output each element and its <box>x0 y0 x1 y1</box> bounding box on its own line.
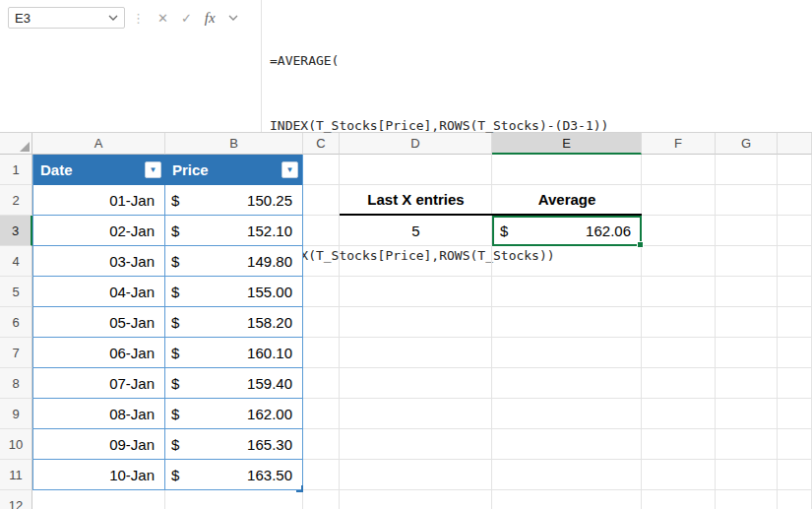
select-all-corner[interactable] <box>0 133 32 155</box>
cell-d2-last-x-label[interactable]: Last X entries <box>340 185 492 216</box>
date-cell[interactable]: 02-Jan <box>33 216 165 245</box>
date-cell[interactable]: 04-Jan <box>33 277 165 306</box>
table-row: 08-Jan $ 162.00 <box>33 399 302 429</box>
column-header-a[interactable]: A <box>32 133 165 155</box>
currency-symbol: $ <box>171 345 179 361</box>
price-cell[interactable]: $ 162.00 <box>165 399 302 428</box>
price-value: 155.00 <box>247 284 292 300</box>
currency-symbol: $ <box>500 223 508 239</box>
row-header-11[interactable]: 11 <box>0 460 32 490</box>
formula-bar[interactable]: =AVERAGE( INDEX(T_Stocks[Price],ROWS(T_S… <box>262 0 812 132</box>
date-cell[interactable]: 09-Jan <box>33 429 165 459</box>
price-value: 162.00 <box>247 406 292 422</box>
chevron-down-icon[interactable] <box>228 15 238 21</box>
column-header-h[interactable] <box>778 133 812 155</box>
formula-bar-area: E3 ⋮ ✕ ✓ fx =AVERAGE( INDEX(T_Stocks[Pri… <box>0 0 812 133</box>
row-header-9[interactable]: 9 <box>0 399 32 429</box>
table-row: 09-Jan $ 165.30 <box>33 429 302 460</box>
table-row: 07-Jan $ 159.40 <box>33 368 302 399</box>
column-header-g[interactable]: G <box>716 133 778 155</box>
date-cell[interactable]: 01-Jan <box>33 185 165 215</box>
price-cell[interactable]: $ 163.50 <box>165 460 302 489</box>
formula-line: =AVERAGE( <box>270 50 804 72</box>
average-value: 162.06 <box>586 223 631 239</box>
name-box-pane: E3 ⋮ ✕ ✓ fx <box>0 0 262 132</box>
column-header-f[interactable]: F <box>642 133 716 155</box>
gridline-vertical <box>777 155 778 509</box>
cell-e3-average-value[interactable]: $ 162.06 <box>492 216 642 246</box>
fill-handle[interactable] <box>637 241 644 248</box>
price-cell[interactable]: $ 159.40 <box>165 368 302 398</box>
excel-window: E3 ⋮ ✕ ✓ fx =AVERAGE( INDEX(T_Stocks[Pri… <box>0 0 812 509</box>
date-cell[interactable]: 06-Jan <box>33 338 165 367</box>
price-cell[interactable]: $ 150.25 <box>165 185 302 215</box>
price-cell[interactable]: $ 165.30 <box>165 429 302 459</box>
currency-symbol: $ <box>171 467 179 483</box>
cell-d3-x-value[interactable]: 5 <box>340 216 492 246</box>
row-header-5[interactable]: 5 <box>0 277 32 307</box>
price-cell[interactable]: $ 152.10 <box>165 216 302 245</box>
stocks-table: Date ▼ Price ▼ 01-Jan $ 150.25 <box>32 155 303 490</box>
price-value: 149.80 <box>247 253 292 270</box>
column-header-c[interactable]: C <box>303 133 340 155</box>
grid-body: 1 2 3 4 5 6 7 8 9 10 11 12 <box>0 155 812 509</box>
name-box-value: E3 <box>15 11 31 26</box>
currency-symbol: $ <box>171 284 179 300</box>
name-box[interactable]: E3 <box>8 7 125 29</box>
gridline-vertical <box>715 155 716 509</box>
row-header-6[interactable]: 6 <box>0 307 32 338</box>
column-header-d[interactable]: D <box>340 133 492 155</box>
currency-symbol: $ <box>171 375 179 392</box>
table-resize-handle-icon[interactable] <box>296 485 303 492</box>
date-cell[interactable]: 08-Jan <box>33 399 165 428</box>
cell-e2-average-label[interactable]: Average <box>492 185 642 216</box>
enter-icon[interactable]: ✓ <box>181 11 192 26</box>
price-cell[interactable]: $ 160.10 <box>165 338 302 367</box>
price-value: 160.10 <box>247 345 292 361</box>
table-header-row: Date ▼ Price ▼ <box>33 155 302 185</box>
filter-dropdown-icon[interactable]: ▼ <box>145 161 161 178</box>
currency-symbol: $ <box>171 192 179 209</box>
currency-symbol: $ <box>171 314 179 331</box>
table-row: 04-Jan $ 155.00 <box>33 277 302 307</box>
date-cell[interactable]: 10-Jan <box>33 460 165 489</box>
filter-dropdown-icon[interactable]: ▼ <box>281 161 298 178</box>
row-header-3[interactable]: 3 <box>0 216 32 246</box>
cancel-icon[interactable]: ✕ <box>157 11 168 26</box>
row-header-8[interactable]: 8 <box>0 368 32 399</box>
table-header-date[interactable]: Date ▼ <box>33 155 165 185</box>
row-header-4[interactable]: 4 <box>0 246 32 277</box>
price-value: 163.50 <box>247 467 292 483</box>
date-cell[interactable]: 07-Jan <box>33 368 165 398</box>
table-row: 05-Jan $ 158.20 <box>33 307 302 338</box>
row-header-column: 1 2 3 4 5 6 7 8 9 10 11 12 <box>0 155 32 509</box>
price-cell[interactable]: $ 155.00 <box>165 277 302 306</box>
cells-area[interactable]: Date ▼ Price ▼ 01-Jan $ 150.25 <box>32 155 812 509</box>
table-header-price[interactable]: Price ▼ <box>165 155 302 185</box>
table-row: 03-Jan $ 149.80 <box>33 246 302 277</box>
date-cell[interactable]: 05-Jan <box>33 307 165 337</box>
table-row: 01-Jan $ 150.25 <box>33 185 302 216</box>
table-row: 10-Jan $ 163.50 <box>33 460 302 490</box>
row-header-12[interactable]: 12 <box>0 490 32 509</box>
price-cell[interactable]: $ 158.20 <box>165 307 302 337</box>
currency-symbol: $ <box>171 406 179 422</box>
more-options-icon[interactable]: ⋮ <box>132 11 145 26</box>
row-header-7[interactable]: 7 <box>0 338 32 368</box>
column-header-row: A B C D E F G <box>0 133 812 155</box>
currency-symbol: $ <box>171 253 179 270</box>
price-value: 152.10 <box>247 223 292 239</box>
column-header-e[interactable]: E <box>492 133 642 155</box>
row-header-2[interactable]: 2 <box>0 185 32 216</box>
date-cell[interactable]: 03-Jan <box>33 246 165 276</box>
chevron-down-icon[interactable] <box>108 15 118 21</box>
column-header-b[interactable]: B <box>165 133 303 155</box>
table-header-label: Date <box>40 161 73 178</box>
insert-function-icon[interactable]: fx <box>205 10 216 27</box>
row-header-10[interactable]: 10 <box>0 429 32 460</box>
price-cell[interactable]: $ 149.80 <box>165 246 302 276</box>
price-value: 150.25 <box>247 192 292 209</box>
row-header-1[interactable]: 1 <box>0 155 32 185</box>
table-row: 02-Jan $ 152.10 <box>33 216 302 246</box>
formula-toolbar: ⋮ ✕ ✓ fx <box>132 7 238 29</box>
